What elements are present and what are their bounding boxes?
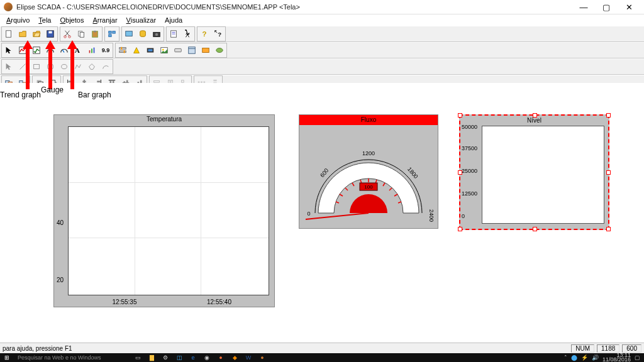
gauge-title: Fluxo	[299, 115, 438, 125]
menu-ajuda[interactable]: Ajuda	[161, 15, 186, 25]
tool-sheet[interactable]	[167, 27, 180, 41]
polygon-tool[interactable]	[85, 60, 99, 74]
pointer-tool[interactable]	[2, 43, 16, 57]
trend-x-1: 12:55:35	[113, 299, 137, 305]
chrome-icon[interactable]: ◉	[200, 353, 214, 362]
start-button[interactable]: ⊞	[0, 353, 14, 362]
run-button[interactable]	[180, 27, 194, 41]
svg-rect-78	[182, 80, 184, 83]
annot-trend: Trend graph	[0, 90, 41, 99]
svg-rect-63	[97, 81, 100, 83]
svg-text:1200: 1200	[362, 150, 375, 156]
gauge-panel[interactable]: Fluxo 0 600 1200 1800 2400	[299, 114, 438, 229]
pointer2-tool[interactable]	[2, 60, 16, 74]
toolbar-row-2: A 9.9	[0, 42, 644, 58]
store-icon[interactable]: ◫	[172, 353, 186, 362]
app-icon-1[interactable]: ●	[214, 353, 228, 362]
arrow-bar	[66, 40, 79, 90]
open2-button[interactable]	[30, 27, 43, 41]
scada-task-icon[interactable]: ●	[255, 353, 269, 362]
contexthelp-button[interactable]: ?	[211, 27, 225, 41]
arc-tool[interactable]	[99, 60, 113, 74]
tool-screens[interactable]	[122, 27, 136, 41]
bar-y-12500: 12500	[462, 190, 477, 197]
save-button[interactable]	[43, 27, 57, 41]
bar-y-50000: 50000	[462, 124, 477, 130]
tray-volume-icon[interactable]: 🔊	[592, 354, 599, 361]
explorer-icon[interactable]: ▇	[145, 353, 158, 362]
svg-line-25	[62, 50, 64, 52]
menu-objetos[interactable]: Objetos	[57, 15, 88, 25]
new-button[interactable]	[2, 27, 16, 41]
help-button[interactable]: ?	[197, 27, 211, 41]
edge-icon[interactable]: e	[186, 353, 200, 362]
svg-marker-87	[23, 40, 33, 49]
svg-rect-35	[148, 49, 153, 52]
sel-handle[interactable]	[606, 170, 611, 175]
menu-arquivo[interactable]: Arquivo	[3, 15, 33, 25]
copy-button[interactable]	[74, 27, 88, 41]
sel-handle[interactable]	[606, 227, 611, 231]
organizer-button[interactable]	[105, 27, 119, 41]
video-tool[interactable]	[143, 43, 157, 57]
sel-handle[interactable]	[533, 227, 537, 231]
tray-network-icon[interactable]: ⚡	[581, 354, 588, 361]
menu-visualizar[interactable]: Visualizar	[123, 15, 160, 25]
tray-up-icon[interactable]: ˄	[564, 354, 567, 361]
tray-clock[interactable]: 13:11 11/08/2016	[602, 353, 631, 362]
svg-marker-91	[67, 40, 77, 49]
bargraph-panel[interactable]: Nível 50000 37500 25000 12500 0	[459, 114, 609, 230]
svg-rect-11	[109, 35, 111, 37]
animation-tool[interactable]	[199, 43, 213, 57]
svg-rect-30	[119, 48, 126, 50]
tray-icon[interactable]: ⬤	[571, 354, 577, 361]
trend-x-2: 12:55:40	[207, 299, 231, 305]
alarm-tool[interactable]	[130, 43, 143, 57]
demo-tool[interactable]	[213, 43, 226, 57]
svg-line-100	[352, 183, 354, 186]
display-tool[interactable]: 9.9	[99, 43, 113, 57]
tool-camera[interactable]	[150, 27, 164, 41]
sel-handle[interactable]	[458, 113, 462, 118]
maximize-button[interactable]: ▢	[595, 1, 618, 13]
design-canvas[interactable]: Trend graph Gauge Bar graph Temperatura …	[0, 83, 644, 343]
svg-rect-9	[109, 31, 111, 34]
taskbar-search[interactable]: Pesquisar na Web e no Windows	[14, 354, 131, 361]
cut-button[interactable]	[60, 27, 74, 41]
svg-rect-41	[203, 48, 209, 53]
svg-line-104	[383, 183, 385, 186]
word-icon[interactable]: W	[242, 353, 255, 362]
tray-notifications-icon[interactable]: ▢	[635, 354, 640, 361]
taskbar: ⊞ Pesquisar na Web e no Windows ▭ ▇ ⚙ ◫ …	[0, 353, 644, 362]
sel-handle[interactable]	[458, 227, 462, 231]
svg-text:600: 600	[319, 167, 330, 178]
svg-rect-38	[175, 48, 182, 52]
sel-handle[interactable]	[533, 113, 537, 118]
open-button[interactable]	[16, 27, 30, 41]
svg-line-110	[306, 213, 369, 219]
sel-handle[interactable]	[458, 170, 462, 175]
statusbar: para ajuda, pressione F1 NUM 1188 600	[0, 343, 644, 353]
paste-button[interactable]	[88, 27, 102, 41]
trend-panel[interactable]: Temperatura 40 20 12:55:35 12:55:40	[53, 114, 275, 307]
button-tool[interactable]	[171, 43, 185, 57]
bitmap-tool[interactable]	[157, 43, 171, 57]
close-button[interactable]: ✕	[618, 1, 640, 13]
menu-tela[interactable]: Tela	[35, 15, 55, 25]
minimize-button[interactable]: —	[572, 1, 595, 13]
taskview-icon[interactable]: ▭	[131, 353, 145, 362]
settings-icon[interactable]: ⚙	[158, 353, 172, 362]
svg-rect-39	[189, 47, 196, 54]
svg-rect-6	[80, 32, 84, 37]
menu-arranjar[interactable]: Arranjar	[89, 15, 121, 25]
app-icon-2[interactable]: ◆	[228, 353, 242, 362]
gauge-svg: 0 600 1200 1800 2400 100	[299, 125, 438, 229]
slider-tool[interactable]	[116, 43, 130, 57]
menubar: Arquivo Tela Objetos Arranjar Visualizar…	[0, 14, 644, 26]
tool-db[interactable]	[136, 27, 150, 41]
form-tool[interactable]	[185, 43, 199, 57]
bar-y-37500: 37500	[462, 145, 477, 151]
bargraph-tool[interactable]	[85, 43, 99, 57]
sel-handle[interactable]	[606, 113, 611, 118]
tray: ˄ ⬤ ⚡ 🔊 13:11 11/08/2016 ▢	[564, 353, 644, 362]
